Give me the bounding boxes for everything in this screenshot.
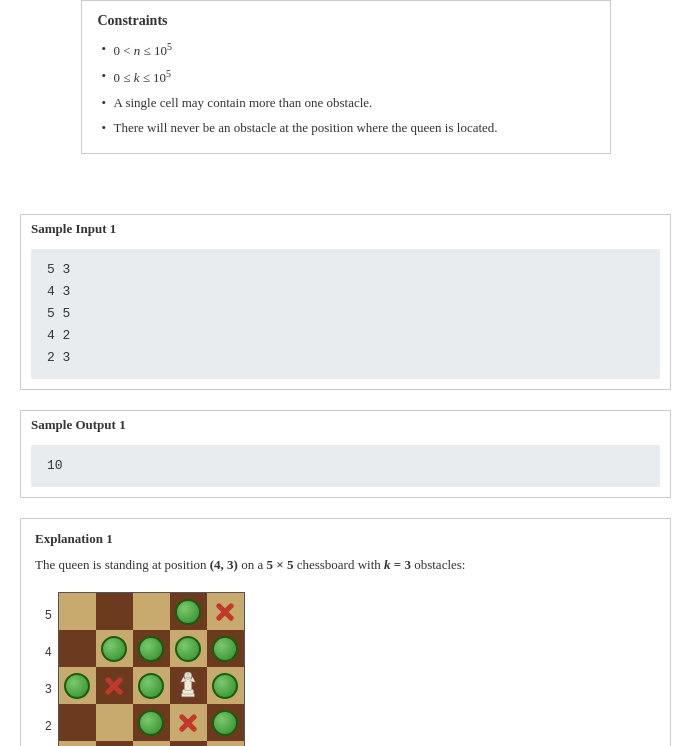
cell-1-3 — [59, 667, 96, 704]
sample-output-code: 10 — [31, 445, 660, 487]
constraints-list: 0 < n ≤ 105 0 ≤ k ≤ 105 A single cell ma… — [98, 37, 594, 141]
cell-2-1 — [96, 741, 133, 746]
attackable-circle — [138, 636, 164, 662]
obstacle-x — [175, 710, 201, 736]
cell-2-2 — [96, 704, 133, 741]
sample-input-label: Sample Input 1 — [21, 215, 670, 243]
cell-2-5 — [96, 593, 133, 630]
attackable-circle — [175, 636, 201, 662]
explanation-paragraph: The queen is standing at position (4, 3)… — [35, 555, 656, 576]
sample-output-label: Sample Output 1 — [21, 411, 670, 439]
attackable-circle — [101, 636, 127, 662]
cell-5-5 — [207, 593, 244, 630]
queen-piece — [177, 669, 199, 703]
chessboard — [58, 592, 245, 746]
y-axis: 1 2 3 4 5 — [45, 592, 52, 746]
sample-input-code: 5 3 4 3 5 5 4 2 2 3 — [31, 249, 660, 379]
cell-1-2 — [59, 704, 96, 741]
cell-5-3 — [207, 667, 244, 704]
cell-3-1 — [133, 741, 170, 746]
queen-svg — [177, 669, 199, 699]
attackable-circle — [212, 673, 238, 699]
cell-4-5 — [170, 593, 207, 630]
attackable-circle — [138, 673, 164, 699]
cell-4-2 — [170, 704, 207, 741]
sample-input-section: Sample Input 1 5 3 4 3 5 5 4 2 2 3 — [20, 214, 671, 390]
cell-4-4 — [170, 630, 207, 667]
attackable-circle — [64, 673, 90, 699]
obstacle-x — [212, 599, 238, 625]
cell-1-1 — [59, 741, 96, 746]
constraints-section: Constraints 0 < n ≤ 105 0 ≤ k ≤ 105 A si… — [81, 0, 611, 154]
cell-3-5 — [133, 593, 170, 630]
cell-2-4 — [96, 630, 133, 667]
cell-4-1 — [170, 741, 207, 746]
chessboard-container: 1 2 3 4 5 — [35, 592, 656, 746]
attackable-circle — [212, 710, 238, 736]
cell-1-5 — [59, 593, 96, 630]
cell-5-2 — [207, 704, 244, 741]
explanation-title: Explanation 1 — [35, 531, 656, 547]
attackable-circle — [175, 599, 201, 625]
cell-3-3 — [133, 667, 170, 704]
constraint-item-2: 0 ≤ k ≤ 105 — [98, 64, 594, 91]
constraint-item-1: 0 < n ≤ 105 — [98, 37, 594, 64]
sample-output-section: Sample Output 1 10 — [20, 410, 671, 498]
cell-2-3 — [96, 667, 133, 704]
obstacle-x — [101, 673, 127, 699]
cell-5-1 — [207, 741, 244, 746]
attackable-circle — [138, 710, 164, 736]
cell-5-4 — [207, 630, 244, 667]
cell-3-2 — [133, 704, 170, 741]
attackable-circle — [212, 636, 238, 662]
board-with-xaxis: 1 2 3 4 5 — [58, 592, 245, 746]
cell-4-3 — [170, 667, 207, 704]
explanation-section: Explanation 1 The queen is standing at p… — [20, 518, 671, 746]
y-label-5: 5 — [45, 596, 52, 633]
y-label-2: 2 — [45, 707, 52, 744]
y-label-3: 3 — [45, 670, 52, 707]
cell-1-4 — [59, 630, 96, 667]
y-label-4: 4 — [45, 633, 52, 670]
cell-3-4 — [133, 630, 170, 667]
constraint-item-4: There will never be an obstacle at the p… — [98, 116, 594, 141]
constraints-title: Constraints — [98, 13, 594, 29]
constraint-item-3: A single cell may contain more than one … — [98, 91, 594, 116]
